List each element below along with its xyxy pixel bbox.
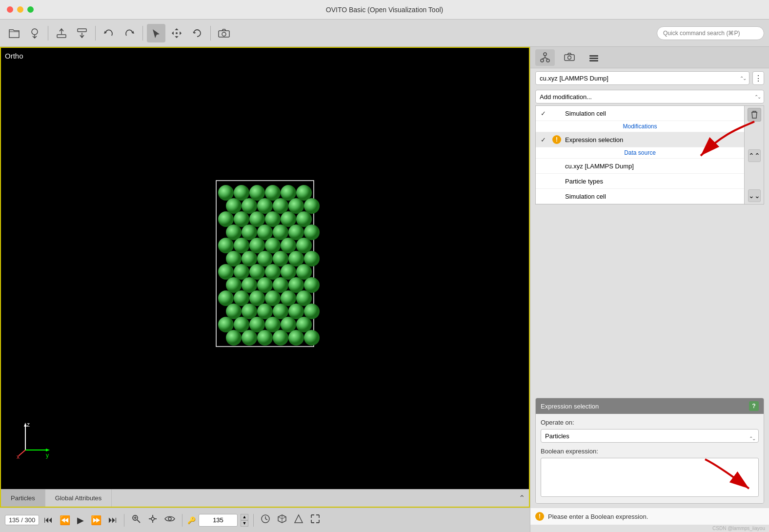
tab-global-attributes[interactable]: Global Attributes — [45, 490, 112, 507]
transform-button[interactable] — [292, 514, 305, 526]
pipeline-item-particle-types[interactable]: Particle types — [536, 174, 744, 189]
move-down-button[interactable]: ⌄⌄ — [748, 189, 761, 202]
add-modification-select[interactable]: Add modification... — [535, 90, 764, 103]
maximize-button[interactable] — [27, 6, 34, 13]
viewport: Ortho — [0, 47, 530, 508]
eye-tool-button[interactable] — [162, 515, 177, 525]
svg-point-68 — [234, 317, 249, 332]
svg-point-37 — [226, 251, 242, 266]
svg-point-0 — [32, 29, 38, 35]
pipeline-list-area: ✓ Simulation cell Modifications ✓ ! Expr… — [535, 105, 764, 205]
open-file-button[interactable] — [5, 24, 23, 42]
svg-point-54 — [304, 277, 320, 293]
label-expression-selection: Expression selection — [565, 136, 739, 143]
cube-button[interactable] — [275, 514, 289, 526]
minimize-button[interactable] — [17, 6, 23, 13]
svg-point-33 — [249, 238, 265, 253]
play-button[interactable]: ▶ — [75, 515, 86, 526]
undo-button[interactable] — [100, 24, 118, 42]
svg-point-9 — [249, 185, 265, 201]
svg-point-78 — [304, 330, 320, 346]
playback-sep-2 — [182, 514, 182, 527]
next-fast-button[interactable]: ⏩ — [89, 515, 103, 526]
svg-point-30 — [304, 225, 320, 240]
zoom-tool-button[interactable] — [129, 514, 143, 526]
svg-point-52 — [273, 277, 288, 293]
svg-point-47 — [281, 264, 296, 280]
svg-point-60 — [296, 290, 312, 306]
svg-point-23 — [281, 211, 296, 227]
svg-point-5 — [222, 32, 226, 36]
pan-tool-button[interactable] — [146, 514, 160, 526]
svg-point-59 — [281, 290, 296, 306]
svg-point-41 — [288, 251, 304, 266]
svg-point-22 — [265, 211, 281, 227]
svg-point-99 — [546, 59, 549, 62]
tab-particles[interactable]: Particles — [1, 490, 45, 507]
skip-end-button[interactable]: ⏭ — [106, 515, 119, 525]
coordinate-axes: z y x — [16, 421, 55, 460]
pipeline-list[interactable]: ✓ Simulation cell Modifications ✓ ! Expr… — [535, 105, 745, 205]
svg-text:x: x — [17, 453, 20, 460]
select-tool-button[interactable] — [147, 24, 165, 42]
svg-point-19 — [218, 211, 234, 227]
subheader-modifications[interactable]: Modifications — [536, 121, 744, 132]
svg-point-97 — [544, 53, 546, 56]
move-tool-button[interactable] — [167, 24, 186, 42]
rotate-tool-button[interactable] — [188, 24, 206, 42]
icon-simulation-cell — [552, 109, 561, 118]
svg-point-77 — [288, 330, 304, 346]
subheader-data-source[interactable]: Data source — [536, 147, 744, 159]
svg-line-85 — [19, 450, 25, 456]
pipeline-item-simulation-cell[interactable]: ✓ Simulation cell — [536, 106, 744, 121]
pipeline-item-expression-selection[interactable]: ✓ ! Expression selection — [536, 132, 744, 147]
svg-point-15 — [257, 198, 273, 214]
help-button[interactable]: ? — [749, 401, 759, 411]
check-expression-sel: ✓ — [541, 136, 548, 143]
separator-2 — [95, 26, 96, 41]
tab-layers-button[interactable] — [584, 49, 604, 66]
expression-panel-title: Expression selection — [541, 403, 599, 410]
export-up-button[interactable] — [52, 24, 71, 42]
svg-point-13 — [226, 198, 242, 214]
svg-point-3 — [176, 32, 178, 34]
pipeline-item-simulation-cell-2[interactable]: Simulation cell — [536, 189, 744, 204]
download-button[interactable] — [25, 24, 44, 42]
quick-search-input[interactable] — [657, 26, 764, 40]
pipeline-item-cuxyz[interactable]: cu.xyz [LAMMPS Dump] — [536, 159, 744, 174]
svg-point-24 — [296, 211, 312, 227]
playback-bar: 135 / 300 ⏮ ⏪ ▶ ⏩ ⏭ 🔑 135 ▲ ▼ — [0, 508, 530, 532]
svg-point-8 — [234, 185, 249, 201]
operate-on-select[interactable]: Particles — [541, 429, 759, 443]
svg-point-48 — [296, 264, 312, 280]
time-button[interactable] — [259, 514, 272, 526]
camera-button[interactable] — [215, 24, 233, 42]
fullscreen-button[interactable] — [308, 514, 322, 526]
move-up-button[interactable]: ⌃⌃ — [748, 149, 761, 162]
svg-point-53 — [288, 277, 304, 293]
boolean-expression-input[interactable] — [541, 458, 759, 497]
frame-up-button[interactable]: ▲ — [241, 514, 248, 520]
pipeline-select[interactable]: cu.xyz [LAMMPS Dump] — [535, 71, 749, 85]
svg-point-46 — [265, 264, 281, 280]
skip-start-button[interactable]: ⏮ — [42, 515, 55, 525]
prev-fast-button[interactable]: ⏪ — [58, 515, 72, 526]
frame-down-button[interactable]: ▼ — [241, 520, 248, 527]
svg-point-49 — [226, 277, 242, 293]
collapse-button[interactable]: ⌃ — [519, 493, 525, 503]
export-down-button[interactable] — [73, 24, 91, 42]
tab-pipeline-button[interactable] — [535, 49, 555, 66]
pipeline-menu-button[interactable]: ⋮ — [752, 71, 764, 85]
svg-point-31 — [218, 238, 234, 253]
svg-point-56 — [234, 290, 249, 306]
svg-point-66 — [304, 304, 320, 319]
delete-button[interactable] — [748, 108, 761, 122]
frame-input[interactable]: 135 — [199, 514, 238, 527]
redo-button[interactable] — [120, 24, 139, 42]
close-button[interactable] — [7, 6, 13, 13]
tab-render-button[interactable] — [560, 49, 579, 66]
label-simulation-cell-2: Simulation cell — [565, 193, 739, 200]
svg-point-11 — [281, 185, 296, 201]
viewport-canvas[interactable]: z y x — [1, 48, 529, 489]
svg-marker-96 — [295, 515, 303, 523]
